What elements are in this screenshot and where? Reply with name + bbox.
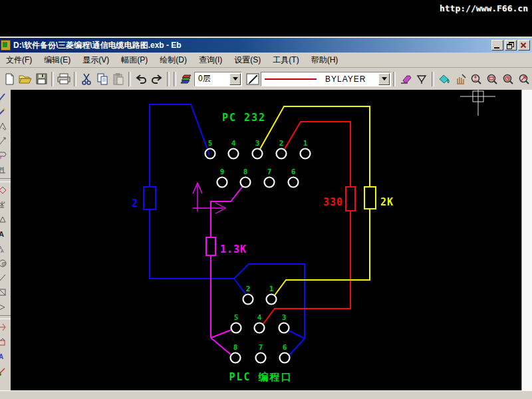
left-tool-button[interactable] [0, 104, 11, 119]
print-button[interactable] [56, 71, 72, 87]
pc232-connector: 5 4 3 2 1 9 8 7 6 PC 232 [205, 112, 311, 188]
line-style-value: BYLAYER [322, 74, 366, 84]
pin-number: 3 [282, 313, 287, 322]
left-tool-button[interactable] [0, 134, 11, 148]
zoom-previous-button[interactable] [500, 71, 516, 87]
eraser-button[interactable] [398, 71, 414, 87]
wire-magenta [211, 338, 231, 354]
line-style-preview [265, 78, 317, 80]
pan-icon [454, 73, 466, 85]
pin-number: 7 [267, 168, 272, 176]
zoom-dynamic-button[interactable] [468, 71, 484, 87]
cut-icon [81, 73, 92, 85]
minimize-icon [494, 47, 499, 49]
restore-button[interactable] [505, 40, 517, 51]
minimize-button[interactable] [491, 40, 503, 51]
left-tool-button[interactable] [0, 364, 11, 378]
close-button[interactable] [518, 40, 530, 51]
menu-view[interactable]: 显示(V) [76, 53, 115, 68]
line-style-selector[interactable]: BYLAYER [261, 72, 391, 86]
left-tool-button[interactable]: A [0, 227, 11, 241]
menu-query[interactable]: 查询(I) [193, 53, 228, 68]
save-button[interactable] [33, 71, 49, 87]
crosshair-cursor [460, 90, 495, 116]
pin-number: 1 [303, 139, 308, 148]
fill-button[interactable] [436, 71, 452, 87]
print-icon [57, 73, 70, 84]
pin [255, 323, 265, 333]
layer-selector[interactable]: 0层 [194, 72, 242, 86]
menu-tools[interactable]: 工具(T) [267, 53, 305, 68]
left-tool-button[interactable]: A [0, 349, 11, 364]
copy-button[interactable] [94, 71, 110, 87]
linetype-button[interactable] [245, 71, 261, 87]
menu-sheet[interactable]: 幅面(P) [115, 53, 154, 68]
left-tool-button[interactable]: @ [0, 256, 11, 271]
status-bar [0, 390, 532, 399]
menu-help[interactable]: 帮助(H) [305, 53, 344, 68]
wire-magenta [211, 186, 243, 237]
left-tool-button[interactable] [0, 334, 11, 349]
wire-blue [150, 104, 209, 187]
zoom-dynamic-icon [470, 73, 482, 85]
left-tool-button[interactable]: AA [0, 241, 11, 256]
menu-draw[interactable]: 绘制(D) [154, 53, 193, 68]
drawing-canvas[interactable]: 5 4 3 2 1 9 8 7 6 PC 232 2 [11, 90, 521, 390]
zoom-all-button[interactable] [516, 71, 532, 87]
layers-icon [180, 74, 193, 84]
new-button[interactable] [1, 71, 17, 87]
wire-yellow [260, 106, 370, 187]
pin [231, 353, 241, 363]
menu-settings[interactable]: 设置(S) [228, 53, 267, 68]
svg-text:A: A [1, 249, 4, 253]
open-button[interactable] [17, 71, 33, 87]
plc-connector: 2 1 5 4 3 8 7 6 PLC 编程口 [229, 285, 292, 383]
layers-button[interactable] [178, 71, 194, 87]
left-tool-button[interactable] [0, 119, 11, 134]
pin-number: 5 [234, 313, 239, 322]
menu-file[interactable]: 文件(F) [0, 53, 38, 68]
circuit-diagram: 5 4 3 2 1 9 8 7 6 PC 232 2 [11, 90, 521, 390]
menu-edit[interactable]: 编辑(E) [38, 53, 76, 68]
pin-number: 5 [208, 139, 213, 148]
zoom-all-icon [518, 73, 530, 85]
undo-icon [134, 74, 148, 84]
undo-button[interactable] [133, 71, 149, 87]
left-tool-button[interactable] [0, 300, 11, 315]
left-tool-button[interactable] [0, 148, 11, 163]
left-tool-button[interactable] [0, 183, 11, 198]
pin [301, 149, 311, 159]
wire-blue [289, 331, 305, 338]
left-tool-button[interactable] [0, 90, 11, 104]
left-tool-button[interactable] [0, 212, 11, 227]
filter-button[interactable] [414, 71, 430, 87]
title-bar[interactable]: D:\软件备份\三菱编程\通信电缆电路图.exb - Eb [0, 38, 532, 53]
paste-button[interactable] [110, 71, 126, 87]
pin [217, 178, 227, 188]
pin [231, 323, 241, 333]
pin-number: 2 [279, 139, 284, 148]
zoom-previous-icon [502, 73, 514, 85]
zoom-window-button[interactable] [484, 71, 500, 87]
left-tool-button[interactable]: IB [0, 163, 11, 178]
layer-selector-dropdown[interactable] [229, 73, 241, 85]
pin [241, 178, 251, 188]
main-toolbar: 0层 BYLAYER [0, 68, 532, 90]
left-tool-button[interactable] [0, 320, 11, 334]
resistor-label: 1.3K [220, 243, 247, 255]
left-tool-button[interactable]: x [0, 198, 11, 212]
resistor-red [346, 187, 355, 211]
paste-icon [113, 73, 124, 85]
wire-blue [234, 264, 305, 338]
pin [253, 149, 263, 159]
pan-button[interactable] [452, 71, 468, 87]
pin [205, 149, 215, 159]
svg-text:@: @ [1, 261, 6, 266]
left-tool-button[interactable] [0, 285, 11, 300]
toolbar-separator [128, 72, 131, 86]
redo-button[interactable] [149, 71, 165, 87]
left-tool-button[interactable] [0, 271, 11, 285]
line-style-dropdown[interactable] [378, 73, 390, 85]
cut-button[interactable] [78, 71, 94, 87]
resistor-magenta [206, 237, 215, 255]
